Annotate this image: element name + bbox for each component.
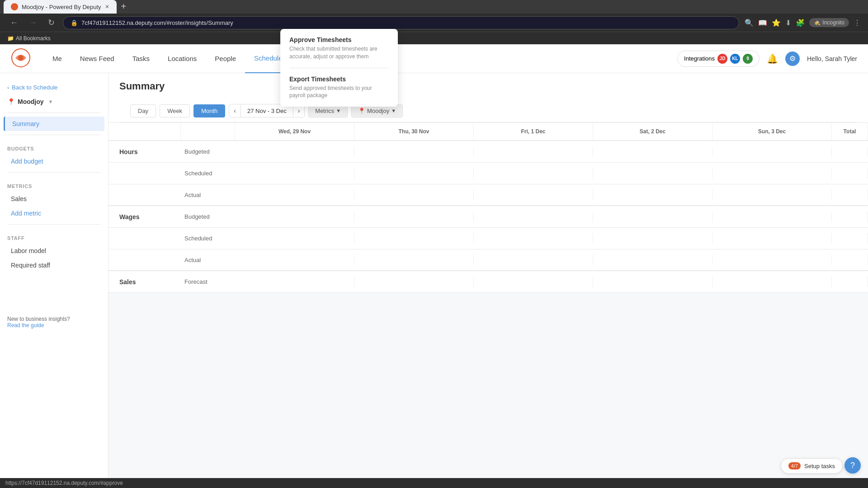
cell (832, 146, 868, 157)
reload-button[interactable]: ↻ (45, 16, 57, 29)
sidebar-divider-1 (7, 113, 101, 113)
forward-button[interactable]: → (26, 16, 40, 29)
cell (474, 146, 593, 157)
sidebar-item-add-budget[interactable]: Add budget (4, 154, 104, 169)
cell (712, 277, 832, 287)
new-to-label: New to business insights? (7, 316, 101, 322)
cell (108, 254, 181, 265)
row-label: Budgeted (181, 208, 235, 225)
timesheets-dropdown: Approve Timesheets Check that submitted … (280, 29, 398, 107)
location-pin-icon: 📍 (7, 98, 15, 105)
cell (235, 211, 354, 222)
table-row: Scheduled (108, 163, 868, 184)
approve-timesheets-title: Approve Timesheets (289, 36, 389, 43)
metrics-section-label: METRICS (0, 176, 108, 192)
cell (593, 168, 712, 179)
approve-timesheets-desc: Check that submitted timesheets are accu… (289, 45, 389, 61)
integrations-button[interactable]: Integrations JD KL 9 (677, 51, 760, 67)
cell (474, 254, 593, 265)
row-label: Actual (181, 251, 235, 269)
bookmark-icon[interactable]: ⭐ (772, 19, 781, 27)
sidebar-item-labor-model[interactable]: Labor model (4, 244, 104, 258)
new-tab-button[interactable]: + (118, 1, 130, 12)
cell (235, 189, 354, 200)
tab-favicon (11, 3, 18, 10)
cell (712, 211, 832, 222)
cell (235, 277, 354, 287)
cell (832, 277, 868, 287)
sidebar-divider-2 (7, 135, 101, 135)
staff-section-label: STAFF (0, 228, 108, 244)
help-button[interactable]: ? (844, 457, 861, 474)
download-icon[interactable]: ⬇ (785, 19, 791, 27)
table-row: Scheduled (108, 228, 868, 249)
cell (593, 211, 712, 222)
status-bar: https://7cf47d19112152.na.deputy.com/#ap… (0, 478, 868, 488)
avatar-2: KL (730, 54, 740, 64)
dropdown-arrow-icon: ▼ (48, 99, 53, 104)
sidebar-item-sales[interactable]: Sales (4, 192, 104, 206)
row-label: Scheduled (181, 230, 235, 247)
browser-tab[interactable]: Moodjoy - Powered By Deputy ✕ (4, 0, 117, 14)
cell (354, 189, 474, 200)
nav-news-feed[interactable]: News Feed (71, 44, 123, 73)
cell (235, 146, 354, 157)
sidebar-item-add-metric[interactable]: Add metric (4, 206, 104, 221)
nav-people[interactable]: People (206, 44, 245, 73)
col-header-empty (108, 123, 181, 140)
main-content: Summary Day Week Month ‹ 27 Nov - 3 Dec … (108, 73, 868, 488)
top-nav: Me News Feed Tasks Locations People Sche… (0, 44, 868, 73)
section-sales: Sales (108, 273, 181, 291)
cell (108, 189, 181, 200)
content-area: ‹ Back to Schedule 📍 Moodjoy ▼ Summary B… (0, 73, 868, 488)
col-header-type (181, 123, 235, 140)
nav-me[interactable]: Me (43, 44, 71, 73)
table-row: Wages Budgeted (108, 206, 868, 228)
notifications-button[interactable]: 🔔 (767, 53, 778, 64)
back-button[interactable]: ← (7, 16, 21, 29)
location-selector[interactable]: 📍 Moodjoy ▼ (0, 94, 108, 109)
cell (354, 211, 474, 222)
menu-icon[interactable]: ⋮ (854, 19, 861, 27)
read-guide-link[interactable]: Read the guide (7, 322, 101, 328)
search-icon[interactable]: 🔍 (745, 19, 754, 27)
reader-mode-icon[interactable]: 📖 (758, 19, 767, 27)
logo[interactable] (11, 48, 33, 70)
view-week-btn[interactable]: Week (160, 104, 190, 117)
sidebar-item-summary[interactable]: Summary (4, 117, 104, 131)
row-label: Forecast (181, 273, 235, 291)
new-to-section: New to business insights? Read the guide (0, 309, 108, 336)
bookmarks-folder[interactable]: 📁 All Bookmarks (7, 35, 51, 42)
cell (712, 189, 832, 200)
settings-icon: ⚙ (789, 54, 796, 63)
row-label: Budgeted (181, 143, 235, 160)
svg-point-1 (18, 55, 24, 61)
col-header-total: Total (832, 123, 868, 140)
avatar-3: 9 (743, 54, 753, 64)
approve-timesheets-item[interactable]: Approve Timesheets Check that submitted … (280, 29, 398, 68)
nav-locations[interactable]: Locations (159, 44, 206, 73)
date-prev-btn[interactable]: ‹ (229, 104, 241, 117)
lock-icon: 🔒 (71, 19, 78, 26)
extensions-icon[interactable]: 🧩 (796, 19, 805, 27)
schedule-table: Wed, 29 Nov Thu, 30 Nov Fri, 1 Dec Sat, … (108, 123, 868, 293)
cell (832, 211, 868, 222)
cell (593, 277, 712, 287)
table-row: Sales Forecast (108, 271, 868, 293)
cell (832, 254, 868, 265)
incognito-label: Incognito (822, 19, 844, 26)
row-label: Actual (181, 186, 235, 204)
back-to-schedule-link[interactable]: ‹ Back to Schedule (0, 80, 108, 94)
export-timesheets-item[interactable]: Export Timesheets Send approved timeshee… (280, 68, 398, 107)
section-hours: Hours (108, 143, 181, 161)
cell (354, 233, 474, 244)
view-month-btn[interactable]: Month (193, 104, 225, 117)
view-day-btn[interactable]: Day (130, 104, 156, 117)
settings-button[interactable]: ⚙ (785, 52, 800, 66)
address-bar[interactable]: 🔒 7cf47d19112152.na.deputy.com/#roster/i… (63, 16, 739, 29)
nav-tasks[interactable]: Tasks (123, 44, 159, 73)
tab-close-btn[interactable]: ✕ (105, 4, 109, 10)
status-url: https://7cf47d19112152.na.deputy.com/#ap… (5, 480, 123, 486)
setup-tasks-button[interactable]: 4/7 Setup tasks (781, 458, 843, 474)
sidebar-item-required-staff[interactable]: Required staff (4, 258, 104, 272)
